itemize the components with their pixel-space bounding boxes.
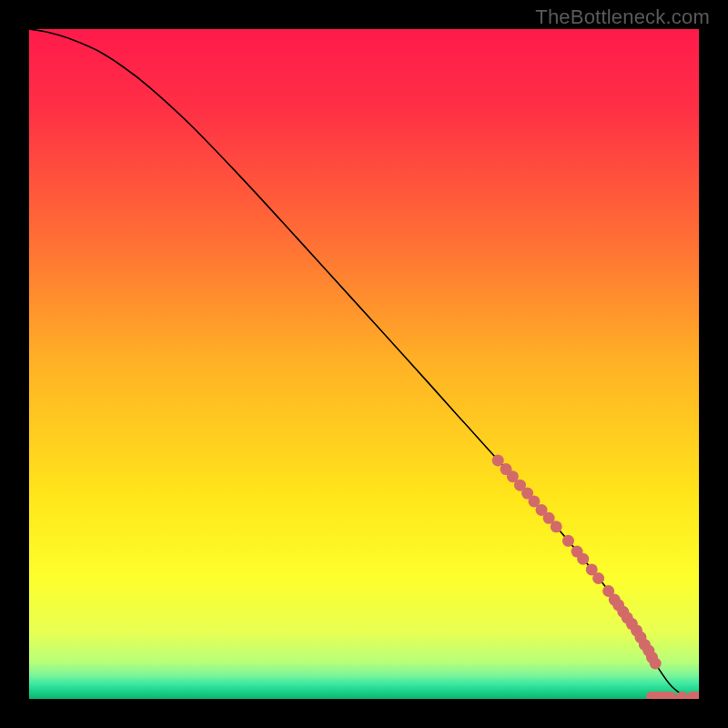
chart-svg bbox=[29, 29, 699, 699]
scatter-dot bbox=[562, 535, 574, 547]
scatter-dot bbox=[551, 521, 562, 532]
scatter-dot bbox=[577, 553, 589, 565]
chart-frame: TheBottleneck.com bbox=[0, 0, 728, 728]
scatter-dot bbox=[650, 657, 662, 669]
plot-area bbox=[29, 29, 699, 699]
gradient-background bbox=[29, 29, 699, 699]
watermark-text: TheBottleneck.com bbox=[535, 5, 710, 29]
scatter-dot bbox=[492, 454, 504, 466]
scatter-dot bbox=[592, 572, 604, 584]
